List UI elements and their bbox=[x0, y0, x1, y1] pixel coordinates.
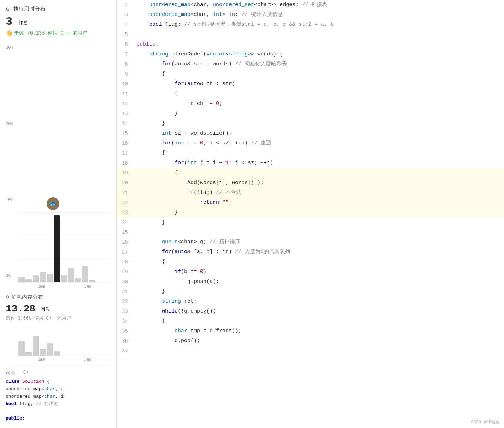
line-num-26: 26 bbox=[117, 237, 135, 247]
line-content-35: char tmp = q.front(); bbox=[135, 326, 504, 336]
code-preview: class Solution { unordered_map<char, u u… bbox=[6, 378, 111, 422]
code-line-27: 27 for(auto& [a, b] : in) // 入度为0的点入队列 bbox=[117, 247, 504, 257]
line-num-32: 32 bbox=[117, 297, 135, 307]
code-line-14: 14 } bbox=[117, 119, 504, 129]
line-num-21: 21 bbox=[117, 188, 135, 198]
time-unit: ms bbox=[19, 19, 28, 27]
memory-unit: MB bbox=[41, 306, 49, 313]
line-content-33: while(!q.empty()) bbox=[135, 307, 504, 316]
watermark: CSDN @GR鲢鱼 bbox=[471, 419, 500, 425]
memory-section: ⚙ 消耗内存分布 13.28 MB 击败 6.66% 使用 C++ 的用户 bbox=[6, 293, 111, 321]
memory-icon: ⚙ bbox=[6, 293, 9, 301]
line-num-30: 30 bbox=[117, 277, 135, 287]
line-num-6: 6 bbox=[117, 40, 135, 49]
line-num-34: 34 bbox=[117, 316, 135, 326]
code-line-18: 18 for(int j = i + 1; j < sz; ++j) bbox=[117, 158, 504, 168]
line-num-2: 2 bbox=[117, 0, 135, 10]
y-axis-labels: 30% 20% 10% 0% bbox=[6, 45, 13, 279]
code-line-8: 8 for(auto& str : words) // 初始化入度哈希表 bbox=[117, 59, 504, 69]
code-viewer: 2 unordered_map<char, unordered_set<char… bbox=[117, 0, 504, 428]
line-content-27: for(auto& [a, b] : in) // 入度为0的点入队列 bbox=[135, 247, 504, 257]
code-line-6: public: bbox=[6, 415, 111, 422]
code-line-25: 25 bbox=[117, 227, 504, 237]
line-num-7: 7 bbox=[117, 49, 135, 59]
code-snippet-section: 代码 | C++ class Solution { unordered_map<… bbox=[6, 367, 111, 422]
line-content-8: for(auto& str : words) // 初始化入度哈希表 bbox=[135, 59, 504, 69]
code-line-20: 20 Add(words[i], words[j]); bbox=[117, 178, 504, 188]
clock-icon: ⏱ bbox=[6, 6, 11, 12]
code-label: 代码 bbox=[6, 370, 15, 376]
code-line-5 bbox=[6, 408, 111, 415]
right-panel[interactable]: 2 unordered_map<char, unordered_set<char… bbox=[117, 0, 504, 428]
line-content-6: public: bbox=[135, 40, 504, 49]
line-num-19: 19 bbox=[117, 168, 135, 178]
mini-chart: 3ms 5ms bbox=[6, 328, 111, 362]
code-line-11: 11 { bbox=[117, 89, 504, 99]
line-num-12: 12 bbox=[117, 99, 135, 109]
line-content-29: if(b == 0) bbox=[135, 267, 504, 277]
line-num-3: 3 bbox=[117, 10, 135, 20]
mini-bar-6 bbox=[54, 351, 60, 356]
code-line-7: 7 string alienOrder(vector<string>& word… bbox=[117, 49, 504, 59]
code-lang-bar: 代码 | C++ bbox=[6, 370, 111, 376]
code-line-16: 16 for(int i = 0; i < sz; ++i) // 建图 bbox=[117, 138, 504, 148]
line-num-22: 22 bbox=[117, 198, 135, 208]
line-num-18: 18 bbox=[117, 158, 135, 168]
line-content-12: in[ch] = 0; bbox=[135, 99, 504, 109]
line-content-22: return ""; bbox=[135, 198, 504, 208]
mini-bar-4 bbox=[40, 349, 46, 356]
line-content-34: { bbox=[135, 316, 504, 326]
code-line-23: 23 } bbox=[117, 208, 504, 218]
line-num-15: 15 bbox=[117, 129, 135, 138]
code-line-37: 37 bbox=[117, 346, 504, 356]
beat-text: 击败 76.23% 使用 C++ 的用户 bbox=[14, 30, 87, 36]
line-num-33: 33 bbox=[117, 307, 135, 316]
code-line-28: 28 { bbox=[117, 257, 504, 267]
line-content-7: string alienOrder(vector<string>& words)… bbox=[135, 49, 504, 59]
line-content-20: Add(words[i], words[j]); bbox=[135, 178, 504, 188]
mini-x-labels: 3ms 5ms bbox=[18, 357, 111, 362]
line-num-17: 17 bbox=[117, 148, 135, 158]
line-num-16: 16 bbox=[117, 138, 135, 148]
line-content-16: for(int i = 0; i < sz; ++i) // 建图 bbox=[135, 138, 504, 148]
hand-icon: 👋 bbox=[6, 30, 13, 37]
line-num-31: 31 bbox=[117, 287, 135, 297]
line-num-4: 4 bbox=[117, 20, 135, 30]
line-content-36: q.pop(); bbox=[135, 336, 504, 346]
code-line-26: 26 queue<char> q; // 拓扑排序 bbox=[117, 237, 504, 247]
line-content-23: } bbox=[135, 208, 504, 218]
bar-chart-area: 🐟 bbox=[18, 212, 111, 283]
code-line-3: 3 unordered_map<char, int> in; // 统计入度信息 bbox=[117, 10, 504, 20]
bar-8 bbox=[68, 268, 74, 283]
mini-bar-5 bbox=[47, 343, 53, 356]
code-line-4: 4 bool flag; // 处理边界情况，类似str1 = a, b, c … bbox=[117, 20, 504, 30]
code-line-31: 31 } bbox=[117, 287, 504, 297]
avatar: 🐟 bbox=[47, 197, 59, 210]
bar-10 bbox=[82, 266, 88, 283]
line-content-30: q.push(a); bbox=[135, 277, 504, 287]
code-line-19: 19 { bbox=[117, 168, 504, 178]
memory-title-row: ⚙ 消耗内存分布 bbox=[6, 293, 111, 301]
bar-1 bbox=[18, 277, 25, 283]
execution-title: 执行用时分布 bbox=[13, 6, 45, 12]
line-num-24: 24 bbox=[117, 218, 135, 227]
code-line-6: 6 public: bbox=[117, 40, 504, 49]
line-content-2: unordered_map<char, unordered_set<char>>… bbox=[135, 0, 504, 10]
time-value: 3 ms bbox=[6, 15, 111, 28]
line-num-20: 20 bbox=[117, 178, 135, 188]
bar-3 bbox=[33, 275, 39, 283]
line-content-11: { bbox=[135, 89, 504, 99]
line-content-13: } bbox=[135, 109, 504, 119]
code-line-3: unordered_map<char, i bbox=[6, 393, 111, 400]
memory-value: 13.28 MB bbox=[6, 303, 111, 314]
line-num-13: 13 bbox=[117, 109, 135, 119]
line-num-28: 28 bbox=[117, 257, 135, 267]
bar-4 bbox=[40, 272, 46, 283]
mini-bar-3 bbox=[33, 336, 39, 356]
code-line-12: 12 in[ch] = 0; bbox=[117, 99, 504, 109]
line-num-37: 37 bbox=[117, 346, 135, 356]
line-num-8: 8 bbox=[117, 59, 135, 69]
code-line-2: 2 unordered_map<char, unordered_set<char… bbox=[117, 0, 504, 10]
line-num-5: 5 bbox=[117, 30, 135, 40]
beat-info: 👋 击败 76.23% 使用 C++ 的用户 bbox=[6, 30, 111, 37]
